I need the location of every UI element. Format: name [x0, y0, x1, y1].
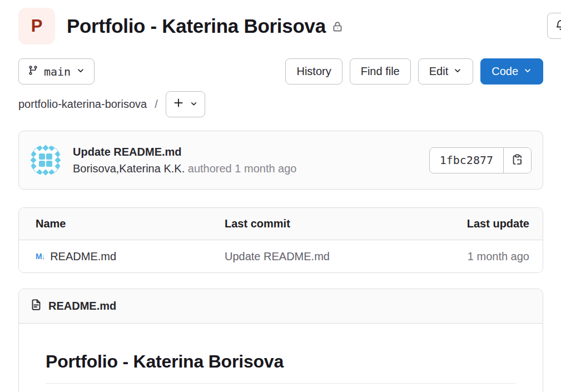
find-file-button[interactable]: Find file: [350, 58, 411, 85]
breadcrumb: portfolio-katerina-borisova /: [18, 91, 543, 117]
commit-hash-group: 1fbc2877: [429, 147, 532, 173]
markdown-icon: M↓: [36, 252, 44, 261]
file-table-header: Name Last commit Last update: [19, 208, 543, 240]
chevron-down-icon: [76, 65, 85, 78]
commit-message-link[interactable]: Update README.md: [73, 146, 296, 158]
clipboard-copy-icon: [512, 153, 524, 167]
last-commit-panel: Update README.md Borisova,Katerina K.K. …: [18, 131, 543, 190]
code-dropdown-button[interactable]: Code: [480, 58, 543, 85]
author-identicon-avatar: [30, 145, 61, 176]
commit-author-link[interactable]: Borisova,Katerina K.K.: [73, 162, 185, 175]
private-lock-icon: [331, 21, 344, 35]
edit-dropdown-button[interactable]: Edit: [418, 58, 473, 85]
breadcrumb-repo-link[interactable]: portfolio-katerina-borisova: [18, 98, 147, 111]
bell-icon: [555, 19, 561, 33]
document-icon: [30, 299, 42, 314]
file-last-update: 1 month ago: [401, 250, 529, 263]
chevron-down-icon: [190, 98, 198, 111]
repo-toolbar: main History Find file Edit Code: [18, 58, 543, 85]
add-file-dropdown-button[interactable]: [166, 91, 205, 117]
branch-name: main: [44, 65, 71, 78]
copy-commit-hash-button[interactable]: [504, 148, 531, 173]
git-branch-icon: [28, 65, 38, 78]
project-page: P Portfolio - Katerina Borisova: [0, 0, 561, 392]
table-row[interactable]: M↓ README.md Update README.md 1 month ag…: [19, 240, 543, 272]
file-name-link[interactable]: M↓ README.md: [36, 250, 225, 263]
chevron-down-icon: [523, 65, 532, 78]
toolbar-actions: History Find file Edit Code: [285, 58, 543, 85]
commit-hash: 1fbc2877: [430, 148, 504, 173]
edit-button-label: Edit: [429, 65, 448, 78]
page-title: Portfolio - Katerina Borisova: [67, 15, 326, 37]
project-header: P Portfolio - Katerina Borisova: [18, 8, 543, 44]
commit-byline: Borisova,Katerina K.K. authored 1 month …: [73, 162, 296, 175]
notifications-button[interactable]: [547, 13, 561, 39]
plus-icon: [173, 97, 184, 111]
column-header-last-commit: Last commit: [225, 217, 401, 230]
readme-filename: README.md: [48, 300, 116, 312]
readme-panel: README.md Portfolio - Katerina Borisova: [18, 289, 543, 392]
commit-authored-time: authored 1 month ago: [188, 162, 297, 175]
project-avatar: P: [18, 8, 55, 44]
breadcrumb-separator: /: [155, 98, 158, 111]
file-name-label: README.md: [50, 250, 116, 263]
readme-heading: Portfolio - Katerina Borisova: [46, 351, 516, 384]
commit-info: Update README.md Borisova,Katerina K.K. …: [73, 146, 296, 175]
branch-selector[interactable]: main: [18, 58, 95, 85]
file-last-commit-link[interactable]: Update README.md: [225, 250, 401, 263]
history-button[interactable]: History: [285, 58, 342, 85]
column-header-name: Name: [36, 217, 225, 230]
column-header-last-update: Last update: [401, 217, 529, 230]
file-tree-table: Name Last commit Last update M↓ README.m…: [18, 207, 543, 273]
chevron-down-icon: [453, 65, 462, 78]
readme-content: Portfolio - Katerina Borisova: [19, 324, 543, 392]
readme-panel-header[interactable]: README.md: [19, 289, 543, 324]
code-button-label: Code: [492, 65, 518, 78]
